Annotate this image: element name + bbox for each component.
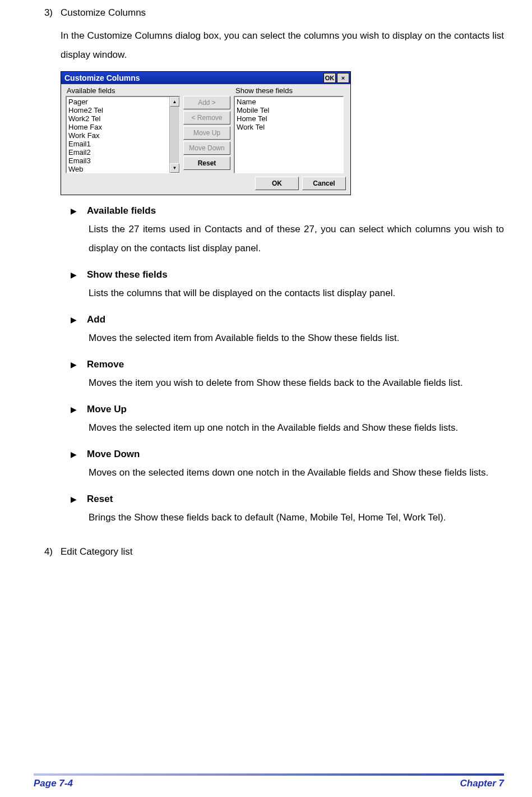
triangle-bullet-icon: ▶ (71, 207, 77, 215)
show-fields-listbox[interactable]: Name Mobile Tel Home Tel Work Tel (234, 96, 344, 173)
section-3-title: Customize Columns (61, 4, 146, 22)
bullet-section: ▶Available fieldsLists the 27 items used… (71, 205, 504, 258)
list-item[interactable]: Work2 Tel (68, 114, 168, 123)
triangle-bullet-icon: ▶ (71, 316, 77, 324)
section-3-intro: In the Customize Columns dialog box, you… (61, 26, 504, 65)
list-item[interactable]: Name (237, 98, 341, 106)
section-3-number: 3) (39, 4, 53, 22)
list-item[interactable]: Home Tel (237, 114, 341, 123)
bullet-body: Lists the columns that will be displayed… (89, 284, 504, 303)
scroll-up-button[interactable]: ▲ (170, 97, 179, 107)
bullet-title: Move Up (87, 404, 127, 415)
list-item[interactable]: Email2 (68, 148, 168, 156)
triangle-bullet-icon: ▶ (71, 450, 77, 458)
move-down-button[interactable]: Move Down (183, 141, 230, 155)
footer-divider (34, 773, 504, 776)
dialog-cancel-button[interactable]: Cancel (302, 177, 346, 190)
bullet-section: ▶AddMoves the selected item from Availab… (71, 314, 504, 348)
available-fields-listbox[interactable]: Pager Home2 Tel Work2 Tel Home Fax Work … (66, 96, 180, 173)
section-3-heading: 3) Customize Columns (34, 4, 504, 22)
bullet-title: Move Down (87, 449, 140, 460)
bullet-body: Moves on the selected items down one not… (89, 463, 504, 482)
titlebar-close-button[interactable]: × (337, 73, 349, 83)
dialog-ok-button[interactable]: OK (255, 177, 299, 190)
titlebar-ok-button[interactable]: OK (323, 73, 336, 83)
list-item[interactable]: Work Tel (237, 123, 341, 131)
bullet-title: Add (87, 314, 105, 325)
add-button[interactable]: Add > (183, 96, 230, 109)
bullet-section: ▶RemoveMoves the item you wish to delete… (71, 359, 504, 393)
list-item[interactable]: Home2 Tel (68, 106, 168, 114)
bullet-body: Moves the selected item up one notch in … (89, 418, 504, 437)
list-item[interactable]: Work Fax (68, 131, 168, 140)
bullet-section: ▶Move UpMoves the selected item up one n… (71, 404, 504, 437)
bullet-title: Show these fields (87, 269, 168, 280)
triangle-bullet-icon: ▶ (71, 361, 77, 368)
bullet-body: Moves the item you wish to delete from S… (89, 374, 504, 393)
listbox-scrollbar[interactable]: ▲ ▼ (169, 97, 179, 173)
section-4-number: 4) (39, 546, 53, 558)
bullet-section: ▶Move DownMoves on the selected items do… (71, 449, 504, 482)
triangle-bullet-icon: ▶ (71, 271, 77, 279)
list-item[interactable]: Web (68, 165, 168, 173)
bullet-section: ▶Show these fieldsLists the columns that… (71, 269, 504, 303)
customize-columns-dialog: Customize Columns OK × Available fields … (61, 71, 351, 195)
bullet-body: Lists the 27 items used in Contacts and … (89, 220, 504, 258)
footer-chapter: Chapter 7 (460, 778, 504, 789)
move-up-button[interactable]: Move Up (183, 126, 230, 140)
footer-page-number: Page 7-4 (34, 778, 73, 789)
list-item[interactable]: Email3 (68, 156, 168, 165)
available-fields-label: Available fields (66, 86, 178, 95)
bullet-title: Remove (87, 359, 124, 370)
section-4-heading: 4) Edit Category list (34, 546, 504, 558)
remove-button[interactable]: < Remove (183, 111, 230, 125)
list-item[interactable]: Pager (68, 98, 168, 106)
dialog-titlebar: Customize Columns OK × (61, 72, 350, 84)
triangle-bullet-icon: ▶ (71, 406, 77, 413)
bullet-body: Moves the selected item from Available f… (89, 329, 504, 348)
list-item[interactable]: Mobile Tel (237, 106, 341, 114)
reset-button[interactable]: Reset (183, 156, 230, 170)
bullet-section: ▶ResetBrings the Show these fields back … (71, 494, 504, 527)
page-footer: Page 7-4 Chapter 7 (0, 773, 532, 789)
dialog-title: Customize Columns (64, 73, 140, 82)
list-item[interactable]: Email1 (68, 140, 168, 148)
scroll-down-button[interactable]: ▼ (170, 163, 179, 173)
bullet-body: Brings the Show these fields back to def… (89, 508, 504, 527)
show-fields-label: Show these fields (178, 86, 293, 95)
bullet-title: Reset (87, 494, 113, 505)
list-item[interactable]: Home Fax (68, 123, 168, 131)
triangle-bullet-icon: ▶ (71, 495, 77, 503)
bullet-title: Available fields (87, 205, 156, 216)
section-4-title: Edit Category list (61, 546, 133, 558)
